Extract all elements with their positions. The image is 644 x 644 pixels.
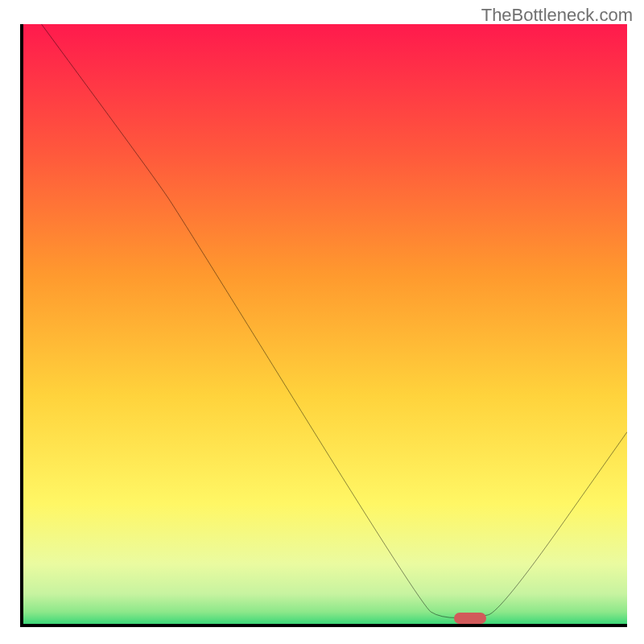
bottleneck-curve	[23, 24, 627, 624]
watermark-label: TheBottleneck.com	[481, 5, 633, 26]
optimal-point-marker	[454, 613, 486, 624]
chart-plot-area	[20, 24, 627, 627]
